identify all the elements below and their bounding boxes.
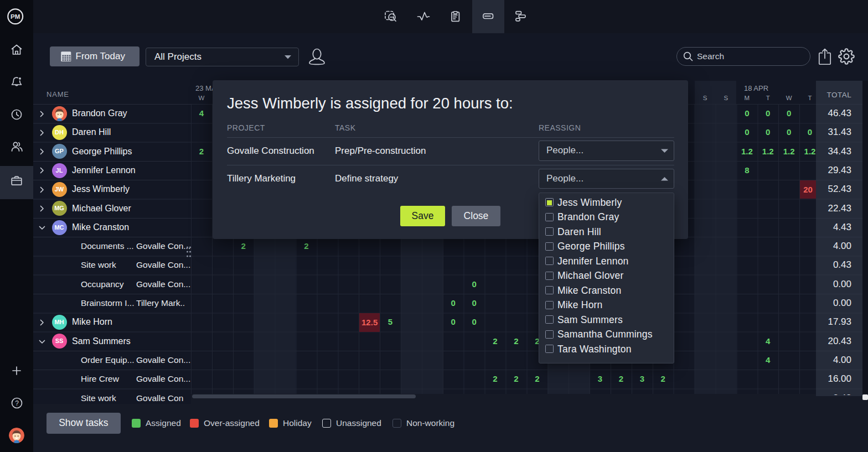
svg-text:?: ?: [15, 399, 19, 407]
svg-text:PM: PM: [11, 13, 20, 20]
